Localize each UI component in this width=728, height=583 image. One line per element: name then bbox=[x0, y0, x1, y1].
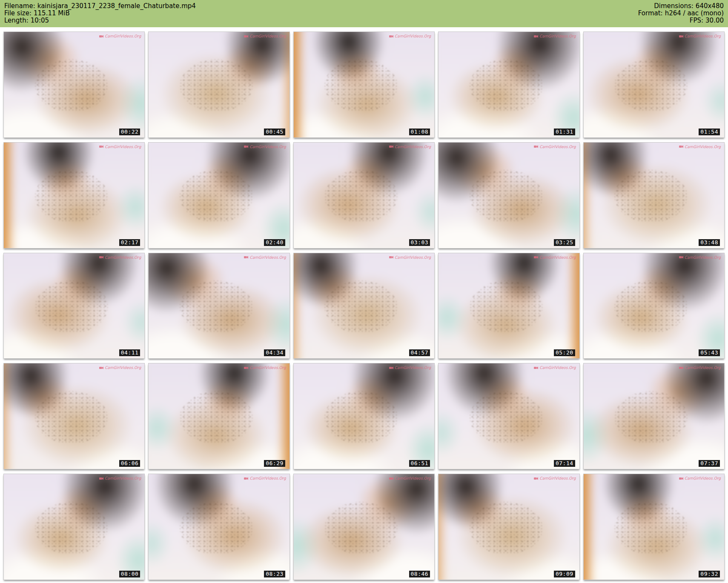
timestamp-badge: 06:06 bbox=[119, 460, 140, 467]
fps-value: 30.00 bbox=[705, 17, 724, 24]
video-thumbnail: CamGirlVideos.Org 03:48 bbox=[583, 142, 725, 249]
leopard-texture bbox=[35, 391, 108, 444]
timestamp-badge: 07:37 bbox=[699, 460, 720, 467]
video-thumbnail: CamGirlVideos.Org 01:08 bbox=[293, 31, 435, 138]
timestamp-badge: 04:11 bbox=[119, 349, 140, 356]
leopard-texture bbox=[470, 280, 543, 333]
filename-value: kainisjara_230117_2238_female_Chaturbate… bbox=[37, 2, 196, 10]
length-value: 10:05 bbox=[31, 17, 49, 24]
timestamp-badge: 08:00 bbox=[119, 571, 140, 577]
format-line: Format:h264 / aac (mono) bbox=[638, 10, 724, 17]
timestamp-badge: 00:22 bbox=[119, 129, 140, 135]
timestamp-badge: 02:17 bbox=[119, 239, 140, 246]
timestamp-badge: 01:08 bbox=[409, 129, 430, 135]
timestamp-badge: 01:31 bbox=[554, 129, 575, 135]
fps-label: FPS: bbox=[690, 17, 703, 24]
video-thumbnail: CamGirlVideos.Org 04:11 bbox=[3, 253, 145, 359]
header-bar: Filename:kainisjara_230117_2238_female_C… bbox=[0, 0, 728, 27]
leopard-texture bbox=[180, 502, 253, 554]
timestamp-badge: 00:45 bbox=[264, 129, 285, 135]
leopard-texture bbox=[324, 502, 398, 554]
dimensions-label: Dimensions: bbox=[654, 2, 694, 10]
video-thumbnail: CamGirlVideos.Org 08:23 bbox=[148, 474, 289, 580]
filesize-line: File size:115.11 MiB bbox=[4, 10, 196, 17]
leopard-texture bbox=[614, 502, 688, 554]
timestamp-badge: 06:29 bbox=[264, 460, 285, 467]
video-thumbnail: CamGirlVideos.Org 08:00 bbox=[3, 474, 145, 580]
leopard-texture bbox=[614, 391, 688, 444]
leopard-texture bbox=[180, 170, 253, 223]
leopard-texture bbox=[470, 59, 543, 112]
format-info: Dimensions:640x480 Format:h264 / aac (mo… bbox=[638, 3, 724, 24]
timestamp-badge: 07:14 bbox=[554, 460, 575, 467]
timestamp-badge: 05:20 bbox=[554, 349, 575, 356]
leopard-texture bbox=[180, 280, 253, 333]
leopard-texture bbox=[614, 280, 688, 333]
length-line: Length:10:05 bbox=[4, 17, 196, 24]
timestamp-badge: 04:34 bbox=[264, 349, 285, 356]
leopard-texture bbox=[35, 59, 108, 112]
leopard-texture bbox=[614, 59, 688, 112]
video-thumbnail: CamGirlVideos.Org 02:17 bbox=[3, 142, 145, 249]
leopard-texture bbox=[35, 280, 108, 333]
timestamp-badge: 03:03 bbox=[409, 239, 430, 246]
leopard-texture bbox=[324, 391, 398, 444]
video-thumbnail: CamGirlVideos.Org 06:51 bbox=[293, 363, 435, 469]
filesize-label: File size: bbox=[4, 9, 32, 17]
video-thumbnail: CamGirlVideos.Org 06:06 bbox=[3, 363, 145, 469]
dimensions-value: 640x480 bbox=[696, 2, 724, 10]
fps-line: FPS:30.00 bbox=[638, 17, 724, 24]
video-thumbnail: CamGirlVideos.Org 05:20 bbox=[438, 253, 579, 359]
format-label: Format: bbox=[638, 9, 663, 17]
leopard-texture bbox=[35, 502, 108, 554]
timestamp-badge: 03:48 bbox=[699, 239, 720, 246]
video-thumbnail: CamGirlVideos.Org 06:29 bbox=[148, 363, 289, 469]
format-value: h264 / aac (mono) bbox=[665, 9, 724, 17]
video-thumbnail: CamGirlVideos.Org 01:31 bbox=[438, 31, 579, 138]
timestamp-badge: 08:23 bbox=[264, 571, 285, 577]
video-thumbnail: CamGirlVideos.Org 09:09 bbox=[438, 474, 579, 580]
video-thumbnail: CamGirlVideos.Org 07:37 bbox=[583, 363, 725, 469]
timestamp-badge: 09:32 bbox=[699, 571, 720, 577]
leopard-texture bbox=[614, 170, 688, 223]
length-label: Length: bbox=[4, 17, 29, 24]
video-thumbnail: CamGirlVideos.Org 05:43 bbox=[583, 253, 725, 359]
leopard-texture bbox=[324, 170, 398, 223]
timestamp-badge: 04:57 bbox=[409, 349, 430, 356]
file-info: Filename:kainisjara_230117_2238_female_C… bbox=[4, 3, 196, 24]
timestamp-badge: 03:25 bbox=[554, 239, 575, 246]
timestamp-badge: 09:09 bbox=[554, 571, 575, 577]
timestamp-badge: 08:46 bbox=[409, 571, 430, 577]
video-thumbnail: CamGirlVideos.Org 02:40 bbox=[148, 142, 289, 249]
contact-sheet-grid: CamGirlVideos.Org 00:22 CamGirlVideos.Or… bbox=[0, 27, 728, 583]
leopard-texture bbox=[324, 59, 398, 112]
video-thumbnail: CamGirlVideos.Org 07:14 bbox=[438, 363, 579, 469]
video-thumbnail: CamGirlVideos.Org 04:34 bbox=[148, 253, 289, 359]
leopard-texture bbox=[470, 170, 543, 223]
filename-label: Filename: bbox=[4, 2, 35, 10]
leopard-texture bbox=[180, 59, 253, 112]
timestamp-badge: 01:54 bbox=[699, 129, 720, 135]
leopard-texture bbox=[324, 280, 398, 333]
leopard-texture bbox=[470, 502, 543, 554]
filename-line: Filename:kainisjara_230117_2238_female_C… bbox=[4, 3, 196, 10]
timestamp-badge: 02:40 bbox=[264, 239, 285, 246]
video-thumbnail: CamGirlVideos.Org 00:45 bbox=[148, 31, 289, 138]
video-thumbnail: CamGirlVideos.Org 09:32 bbox=[583, 474, 725, 580]
dimensions-line: Dimensions:640x480 bbox=[638, 3, 724, 10]
video-thumbnail: CamGirlVideos.Org 00:22 bbox=[3, 31, 145, 138]
timestamp-badge: 05:43 bbox=[699, 349, 720, 356]
video-thumbnail: CamGirlVideos.Org 04:57 bbox=[293, 253, 435, 359]
filesize-value: 115.11 MiB bbox=[34, 9, 70, 17]
video-thumbnail: CamGirlVideos.Org 03:03 bbox=[293, 142, 435, 249]
video-thumbnail: CamGirlVideos.Org 08:46 bbox=[293, 474, 435, 580]
video-thumbnail: CamGirlVideos.Org 01:54 bbox=[583, 31, 725, 138]
video-thumbnail: CamGirlVideos.Org 03:25 bbox=[438, 142, 579, 249]
leopard-texture bbox=[470, 391, 543, 444]
leopard-texture bbox=[35, 170, 108, 223]
leopard-texture bbox=[180, 391, 253, 444]
timestamp-badge: 06:51 bbox=[409, 460, 430, 467]
